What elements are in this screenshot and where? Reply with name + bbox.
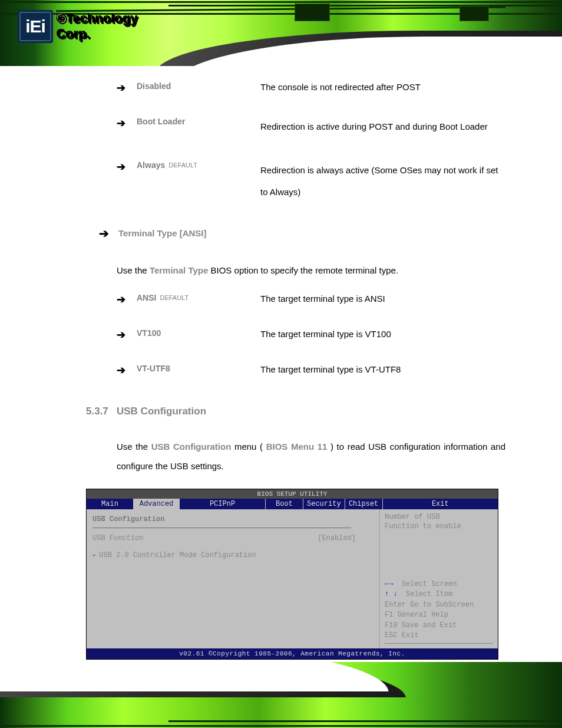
chip-graphic [459,6,489,21]
heading-number: 5.3.7 [86,406,108,417]
option-key: VT-UTF8 [137,363,260,375]
up-down-arrow-icon: ↑ ↓ [385,590,398,598]
option-tag: DEFAULT [160,293,189,303]
option-desc: The console is not redirected after POST [260,80,505,94]
brand-logo: iEi ®Technology Corp. [18,8,165,45]
option-key: VT100 [137,327,260,340]
text: F10 Save and Exit [385,621,493,631]
divider [92,528,351,528]
redirect-option-list: Disabled The console is not redirected a… [117,80,505,203]
option-key-text: Boot Loader [137,116,185,129]
banner-swoosh [0,662,389,691]
bios-row-value: [Enabled] [318,533,373,544]
text: Function to enable [385,522,493,532]
option-vt100: VT100 The target terminal type is VT100 [117,327,505,341]
trace-line [0,725,562,727]
option-ansi: ANSI DEFAULT The target terminal type is… [117,292,505,306]
usb-sentence: Use the USB Configuration menu ( BIOS Me… [117,437,505,476]
option-key: Disabled [137,80,260,93]
logo-mark: iEi [18,10,53,43]
bios-row-label: USB Function [92,533,143,544]
text: Number of USB [385,513,493,522]
text: Use the [117,442,151,452]
option-desc: The target terminal type is ANSI [260,292,505,306]
text: menu ( [234,442,263,452]
section-heading-terminal: ➔ Terminal Type [ANSI] [99,225,505,243]
bios-tab-advanced[interactable]: Advanced [134,499,180,509]
text: Enter Go to SubScreen [385,600,493,610]
heading-usb-configuration: 5.3.7 USB Configuration [86,404,505,419]
option-key-text: Disabled [137,80,171,93]
option-desc: The target terminal type is VT-UTF8 [260,363,505,377]
trace-line [168,720,562,722]
bios-tab-chipset[interactable]: Chipset [345,499,383,509]
bios-tab-boot[interactable]: Boot [266,499,303,509]
option-desc: Redirection is active during POST and du… [260,116,505,138]
bios-menubar: Main Advanced PCIPnP Boot Security Chips… [87,499,498,509]
bios-subitem-label: USB 2.0 Controller Mode Configuration [99,551,256,559]
bios-footer: v02.61 ©Copyright 1985-2006, American Me… [87,648,498,659]
option-key: Boot Loader [137,116,260,129]
option-key-text: VT100 [137,327,161,340]
bios-screenshot: BIOS SETUP UTILITY Main Advanced PCIPnP … [86,489,498,660]
caret-icon: ▸ [92,550,97,561]
bios-key-legend: ←→ Select Screen ↑ ↓ Select Item Enter G… [385,579,493,645]
text-bold: Terminal Type [150,265,208,275]
section-heading-text: Terminal Type [ANSI] [118,226,206,240]
logo-text: ®Technology Corp. [57,11,165,42]
option-key: ANSI DEFAULT [137,292,260,305]
chip-graphic [295,4,330,21]
bios-section-title: USB Configuration [92,514,373,525]
option-always: Always DEFAULT Redirection is always act… [117,159,505,203]
bottom-circuit-banner [0,662,562,728]
bios-tab-main[interactable]: Main [87,499,134,509]
divider [385,643,493,644]
option-desc: The target terminal type is VT100 [260,327,505,341]
text: ESC Exit [385,631,493,641]
option-vtutf8: VT-UTF8 The target terminal type is VT-U… [117,363,505,377]
bios-body: USB Configuration USB Function [Enabled]… [87,509,498,648]
page-content: Disabled The console is not redirected a… [0,66,562,683]
option-tag: DEFAULT [168,160,197,170]
bios-help-text: Number of USB Function to enable [385,513,493,531]
option-desc: Redirection is always active (Some OSes … [260,159,505,203]
option-disabled: Disabled The console is not redirected a… [117,80,505,94]
option-bootloader: Boot Loader Redirection is active during… [117,116,505,138]
arrow-icon: ➔ [99,225,109,243]
text: Select Item [406,590,452,598]
bios-help-pane: Number of USB Function to enable ←→ Sele… [380,509,498,648]
bios-tab-pcipnp[interactable]: PCIPnP [180,499,266,509]
bios-left-pane: USB Configuration USB Function [Enabled]… [87,509,380,648]
option-key-text: ANSI [137,292,156,305]
option-key-text: Always [137,159,165,172]
text-bold: USB Configuration [151,442,232,452]
option-key: Always DEFAULT [137,159,260,172]
text: BIOS option to specify the remote termin… [211,265,399,275]
terminal-sentence: Use the Terminal Type BIOS option to spe… [117,263,505,278]
bios-subitem[interactable]: ▸ USB 2.0 Controller Mode Configuration [92,550,373,561]
left-right-arrow-icon: ←→ [385,580,393,588]
top-circuit-banner: iEi ®Technology Corp. [0,0,562,66]
text: Use the [117,265,150,275]
bios-tab-exit[interactable]: Exit [383,499,498,509]
option-key-text: VT-UTF8 [137,363,170,375]
bios-row-usb-function[interactable]: USB Function [Enabled] [92,533,373,544]
trace-line [0,1,562,3]
bios-tab-security[interactable]: Security [303,499,345,509]
bios-title: BIOS SETUP UTILITY [87,489,498,499]
heading-text: USB Configuration [117,406,206,417]
text: F1 General Help [385,610,493,620]
text-bold: BIOS Menu 11 [266,442,328,452]
terminal-option-list: ANSI DEFAULT The target terminal type is… [117,292,505,377]
text: Select Screen [402,580,457,588]
